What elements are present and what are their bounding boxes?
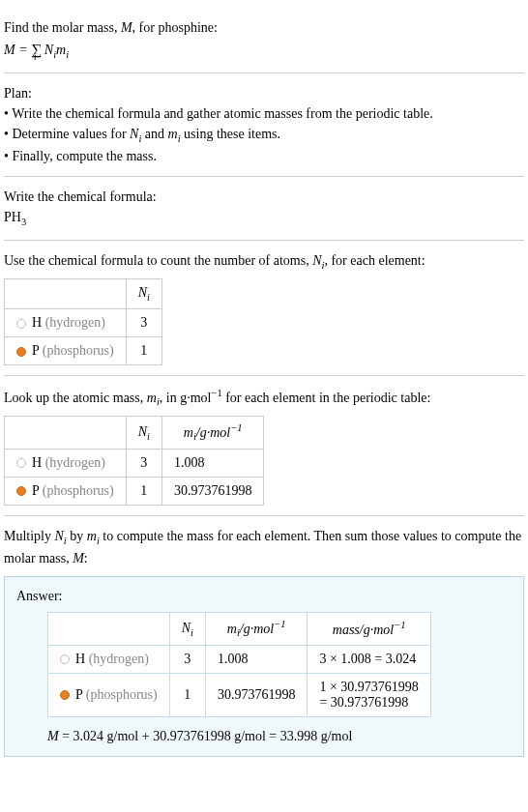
col-mass: mass/g·mol−1 — [308, 613, 430, 645]
chem-heading: Write the chemical formula: — [4, 187, 524, 207]
var-Ni: N — [55, 529, 64, 543]
lookup-text: Look up the atomic mass, mi, in g·mol−1 … — [4, 386, 524, 410]
intro-line: Find the molar mass, M, for phosphine: — [4, 17, 524, 38]
phosphorus-dot-icon — [16, 347, 26, 357]
text: mass/g·mol — [333, 623, 394, 637]
text: m — [227, 622, 237, 636]
table-row: H (hydrogen) 3 1.008 3 × 1.008 = 3.024 — [48, 645, 431, 673]
table-row: H (hydrogen) 3 — [5, 308, 162, 336]
col-mi: mi/g·mol−1 — [161, 417, 264, 449]
line2: = 30.973761998 — [319, 695, 408, 710]
text: by — [67, 529, 87, 543]
sup: −1 — [274, 619, 285, 629]
symbol: H — [32, 455, 42, 470]
table-row: H (hydrogen) 3 1.008 — [5, 449, 264, 477]
table-header-row: Ni mi/g·mol−1 mass/g·mol−1 — [48, 613, 431, 645]
n-value: 3 — [169, 645, 205, 673]
unit: /g·mol — [196, 425, 230, 440]
hydrogen-dot-icon — [16, 458, 26, 468]
m-value: 30.973761998 — [161, 477, 264, 505]
lhs: M — [4, 43, 15, 57]
element-name: (hydrogen) — [85, 652, 149, 666]
text: N — [138, 424, 147, 439]
answer-label: Answer: — [16, 589, 512, 604]
multiply-text: Multiply Ni by mi to compute the mass fo… — [4, 526, 524, 569]
var-mi: m — [87, 529, 97, 543]
eq-text: = 3.024 g/mol + 30.973761998 g/mol = 33.… — [59, 729, 353, 743]
element-cell-phosphorus: P (phosphorus) — [5, 336, 127, 364]
line1: 1 × 30.973761998 — [319, 680, 418, 694]
sum-index: i — [34, 50, 37, 65]
sup: −1 — [394, 620, 405, 630]
col-blank — [5, 279, 127, 309]
term-N: N — [44, 43, 53, 57]
col-mi: mi/g·mol−1 — [205, 613, 308, 645]
symbol: H — [32, 315, 42, 330]
var-M: M — [47, 729, 59, 743]
sub-i: i — [147, 292, 150, 303]
element-cell-hydrogen: H (hydrogen) — [5, 308, 127, 336]
sub-i: i — [191, 626, 193, 637]
text: m — [184, 425, 193, 440]
col-Ni: Ni — [126, 417, 161, 449]
var-M: M — [121, 20, 132, 35]
formula-sub: 3 — [21, 217, 26, 227]
element-name: (phosphorus) — [39, 483, 113, 498]
unit: /g·mol — [240, 622, 274, 636]
formula-text: PH — [4, 210, 21, 224]
lookup-table: Ni mi/g·mol−1 H (hydrogen) 3 1.008 P (ph… — [4, 416, 264, 505]
n-value: 1 — [126, 477, 161, 505]
n-value: 3 — [126, 449, 161, 477]
text: Look up the atomic mass, — [4, 391, 147, 405]
text: and — [141, 127, 167, 141]
text: , in g·mol — [160, 391, 212, 405]
text: , for each element: — [324, 253, 425, 268]
multiply-section: Multiply Ni by mi to compute the mass fo… — [4, 516, 524, 573]
m-value: 30.973761998 — [205, 673, 308, 716]
text: : — [84, 551, 88, 566]
table-row: P (phosphorus) 1 — [5, 336, 162, 364]
element-name: (hydrogen) — [42, 315, 105, 330]
sup: −1 — [230, 422, 242, 433]
element-cell-phosphorus: P (phosphorus) — [48, 673, 170, 716]
count-table: Ni H (hydrogen) 3 P (phosphorus) 1 — [4, 278, 162, 365]
n-value: 3 — [126, 308, 161, 336]
answer-box: Answer: Ni mi/g·mol−1 mass/g·mol−1 H (hy… — [4, 576, 524, 756]
m-value: 1.008 — [161, 449, 264, 477]
count-text: Use the chemical formula to count the nu… — [4, 250, 524, 274]
text: , for phosphine: — [132, 20, 218, 35]
symbol: H — [75, 652, 85, 666]
mass-value: 3 × 1.008 = 3.024 — [308, 645, 430, 673]
table-header-row: Ni mi/g·mol−1 — [5, 417, 264, 449]
hydrogen-dot-icon — [16, 319, 26, 329]
term-m: m — [56, 43, 66, 57]
text: for each element in the periodic table: — [222, 391, 431, 405]
var-M: M — [73, 551, 84, 566]
var-mi: m — [147, 391, 157, 405]
col-blank — [48, 613, 170, 645]
element-cell-hydrogen: H (hydrogen) — [5, 449, 127, 477]
chemical-formula-section: Write the chemical formula: PH3 — [4, 177, 524, 241]
plan-heading: Plan: — [4, 83, 524, 103]
eq: = — [15, 43, 31, 57]
var-mi: m — [168, 127, 178, 141]
table-header-row: Ni — [5, 279, 162, 309]
text: Multiply — [4, 529, 55, 543]
intro-section: Find the molar mass, M, for phosphine: M… — [4, 8, 524, 73]
text: N — [138, 285, 147, 300]
text: Find the molar mass, — [4, 20, 121, 35]
var-Ni: N — [312, 253, 321, 268]
plan-section: Plan: • Write the chemical formula and g… — [4, 73, 524, 178]
mass-value: 1 × 30.973761998 = 30.973761998 — [308, 673, 430, 716]
element-name: (phosphorus) — [39, 343, 113, 358]
final-equation: M = 3.024 g/mol + 30.973761998 g/mol = 3… — [47, 729, 512, 744]
plan-bullet-1: • Write the chemical formula and gather … — [4, 103, 524, 124]
text: using these items. — [181, 127, 280, 141]
col-Ni: Ni — [126, 279, 161, 309]
col-blank — [5, 417, 127, 449]
molar-mass-formula: M = ∑iNimi — [4, 38, 524, 63]
count-atoms-section: Use the chemical formula to count the nu… — [4, 241, 524, 376]
n-value: 1 — [169, 673, 205, 716]
phosphorus-dot-icon — [16, 486, 26, 496]
sub-i: i — [66, 49, 69, 60]
